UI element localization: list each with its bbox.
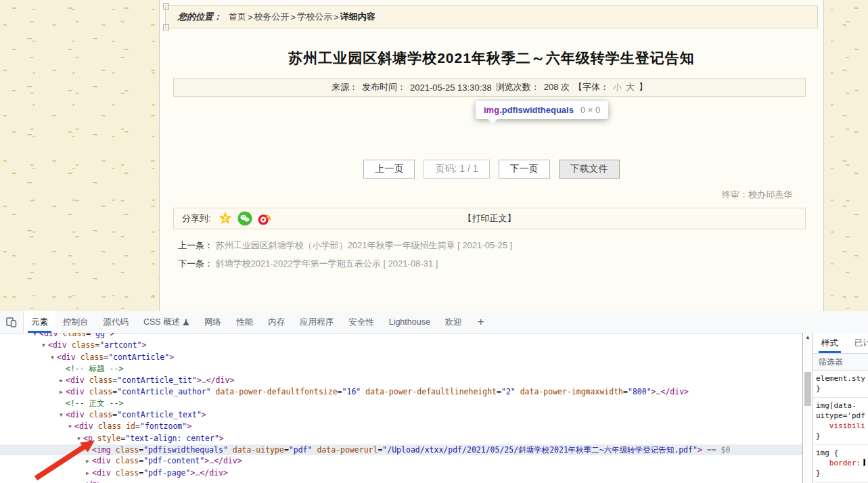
- article-meta-bar: 来源： 发布时间： 2021-05-25 13:30:38 浏览次数： 208 …: [173, 78, 806, 97]
- elements-scrollbar[interactable]: ▲: [802, 333, 813, 483]
- tab-label: 网络: [204, 317, 221, 328]
- tree-row-div-contarticle[interactable]: ▼<div class="contArticle">: [0, 352, 802, 363]
- twisty-icon[interactable]: ▶: [83, 456, 92, 467]
- tab-label: Lighthouse: [389, 317, 430, 327]
- tree-row-div-pdf-page[interactable]: ▶<div class="pdf-page">…</div>: [0, 467, 802, 479]
- code-token: </div>: [200, 468, 228, 478]
- devtools-tab-性能[interactable]: 性能: [229, 311, 260, 333]
- devtools-tab-源代码[interactable]: 源代码: [96, 311, 137, 333]
- color-swatch[interactable]: [863, 459, 865, 466]
- code-token: "fontzoom": [140, 421, 187, 431]
- tree-row-div-artcont[interactable]: ▼<div class="artcont">: [0, 340, 802, 351]
- code-token: <div: [66, 375, 85, 385]
- elements-tree-content: ▼<div class="gg">▼<div class="artcont">▼…: [0, 333, 802, 483]
- devtools-tab-元素[interactable]: 元素: [24, 311, 55, 333]
- tree-row-comment-body[interactable]: <!-- 正文 -->: [0, 398, 802, 409]
- tree-row-close-p[interactable]: </p>: [0, 479, 802, 483]
- page-number-indicator: 页码: 1 / 1: [424, 160, 489, 179]
- tab-computed[interactable]: 已计算: [846, 333, 868, 353]
- code-token: "/Upload/xtxx/pdf/2021/05/25/斜塘学校2021年秋季…: [382, 445, 698, 455]
- tab-label: 欢迎: [445, 317, 462, 328]
- twisty-icon[interactable]: ▼: [66, 421, 74, 432]
- code-token: <div: [92, 468, 111, 478]
- twisty-icon[interactable]: ▼: [57, 410, 66, 421]
- tree-row-div-pdf-content[interactable]: ▶<div class="pdf-content">…</div>: [0, 455, 802, 467]
- tree-row-div-contarticle-author[interactable]: ▶<div class="contArticle_author" data-po…: [0, 386, 802, 398]
- devtools-tabbar: 元素控制台源代码CSS 概述网络性能内存应用程序安全性Lighthouse欢迎+: [0, 311, 868, 334]
- wechat-share-icon[interactable]: [237, 211, 252, 226]
- css-token: uitype='pdf: [816, 411, 865, 420]
- prev-page-button[interactable]: 上一页: [363, 160, 415, 179]
- devtools-tab-Lighthouse[interactable]: Lighthouse: [382, 311, 438, 333]
- code-token: style: [93, 434, 121, 443]
- tree-row-div-fontzoom[interactable]: ▼<div class id="fontzoom">: [0, 421, 802, 432]
- devtools-tab-应用程序[interactable]: 应用程序: [292, 311, 341, 333]
- breadcrumb-separator: >: [248, 12, 253, 22]
- code-token: class: [85, 375, 113, 385]
- style-line: }: [816, 468, 865, 478]
- style-line: img {: [816, 448, 865, 458]
- site-content-box: 您的位置： 首页 > 校务公开 > 学校公示 > 详细内容 苏州工业园区斜塘学校…: [159, 0, 824, 311]
- breadcrumb-link-home[interactable]: 首页: [229, 11, 246, 23]
- tab-styles[interactable]: 样式: [813, 333, 846, 353]
- code-token: </p>: [83, 480, 102, 483]
- devtools-tab-欢迎[interactable]: 欢迎: [438, 311, 470, 333]
- code-token: </div>: [214, 456, 242, 465]
- tooltip-element-tag: img: [484, 105, 499, 115]
- tree-row-img-pdf[interactable]: <img class="pdfiswidthequals" data-uityp…: [0, 444, 802, 455]
- css-token: img {: [816, 448, 838, 457]
- code-token: "pdf-content": [143, 456, 204, 465]
- browser-viewport: 您的位置： 首页 > 校务公开 > 学校公示 > 详细内容 苏州工业园区斜塘学校…: [0, 0, 868, 312]
- next-article-link[interactable]: 斜塘学校2021-2022学年第一学期五表公示 [ 2021-08-31 ]: [216, 258, 438, 269]
- toggle-device-toolbar-button[interactable]: [0, 311, 24, 333]
- font-size-small-button[interactable]: 小: [613, 81, 622, 93]
- meta-views-label: 浏览次数：: [496, 81, 540, 93]
- pdf-pager: 上一页 页码: 1 / 1 下一页 下载文件: [160, 160, 823, 179]
- twisty-icon[interactable]: ▼: [39, 340, 48, 351]
- code-token: …: [202, 375, 206, 385]
- styles-rules: element.style {}img[data-uitype='pdf vis…: [813, 371, 868, 483]
- elements-tree: ▼<div class="gg">▼<div class="artcont">▼…: [0, 333, 802, 483]
- previous-article-link[interactable]: 苏州工业园区斜塘学校（小学部）2021年秋季一年级招生简章 [ 2021-05-…: [216, 240, 512, 250]
- code-token: data-uitype: [228, 445, 284, 455]
- corner-ornament: [163, 24, 169, 30]
- devtools-tab-控制台[interactable]: 控制台: [55, 311, 96, 333]
- tree-row-div-gg[interactable]: ▼<div class="gg">: [0, 333, 802, 340]
- style-line: }: [816, 384, 865, 394]
- print-article-link[interactable]: 【打印正文】: [463, 212, 516, 225]
- code-token: class: [93, 421, 122, 431]
- twisty-icon[interactable]: ▶: [57, 387, 66, 398]
- tree-row-div-contarticle-tit[interactable]: ▶<div class="contArticle_tit">…</div>: [0, 375, 802, 386]
- code-token: class: [111, 456, 139, 465]
- weibo-share-icon[interactable]: [257, 211, 272, 226]
- share-bar: 分享到: 【打印正文】: [173, 208, 806, 229]
- twisty-icon[interactable]: ▶: [57, 375, 66, 386]
- styles-filter-input[interactable]: 筛选器: [813, 354, 868, 371]
- qzone-share-icon[interactable]: [218, 211, 233, 226]
- twisty-icon[interactable]: ▼: [74, 434, 83, 444]
- scrollbar-thumb[interactable]: [804, 372, 811, 406]
- tree-row-comment-title[interactable]: <!-- 标题 -->: [0, 363, 802, 374]
- scrollbar-up-arrow[interactable]: ▲: [803, 334, 813, 340]
- twisty-icon[interactable]: ▶: [83, 468, 92, 479]
- code-token: data-powerurl: [312, 445, 378, 455]
- breadcrumb-link-school-affairs[interactable]: 校务公开: [254, 11, 290, 23]
- tree-row-p-center[interactable]: ▼<p style="text-align: center">: [0, 433, 802, 444]
- breadcrumb: 您的位置： 首页 > 校务公开 > 学校公示 > 详细内容: [165, 5, 818, 28]
- tree-row-div-contarticle-text[interactable]: ▼<div class="contArticle_text">: [0, 409, 802, 421]
- twisty-icon[interactable]: ▼: [48, 352, 57, 363]
- devtools-tab-more[interactable]: +: [470, 311, 493, 333]
- meta-views-value: 208 次: [544, 81, 570, 93]
- next-page-button[interactable]: 下一页: [499, 160, 550, 179]
- devtools-tab-安全性[interactable]: 安全性: [341, 311, 382, 333]
- twisty-icon[interactable]: ▼: [30, 333, 39, 340]
- tab-label: 控制台: [63, 317, 89, 328]
- download-file-button[interactable]: 下载文件: [559, 160, 620, 179]
- devtools-tab-CSS 概述[interactable]: CSS 概述: [136, 311, 197, 333]
- devtools-tab-网络[interactable]: 网络: [197, 311, 229, 333]
- style-line: uitype='pdf: [816, 411, 865, 421]
- code-token: >: [197, 375, 202, 385]
- breadcrumb-link-school-notice[interactable]: 学校公示: [297, 11, 332, 23]
- font-size-large-button[interactable]: 大: [626, 81, 635, 93]
- devtools-tab-内存[interactable]: 内存: [260, 311, 292, 333]
